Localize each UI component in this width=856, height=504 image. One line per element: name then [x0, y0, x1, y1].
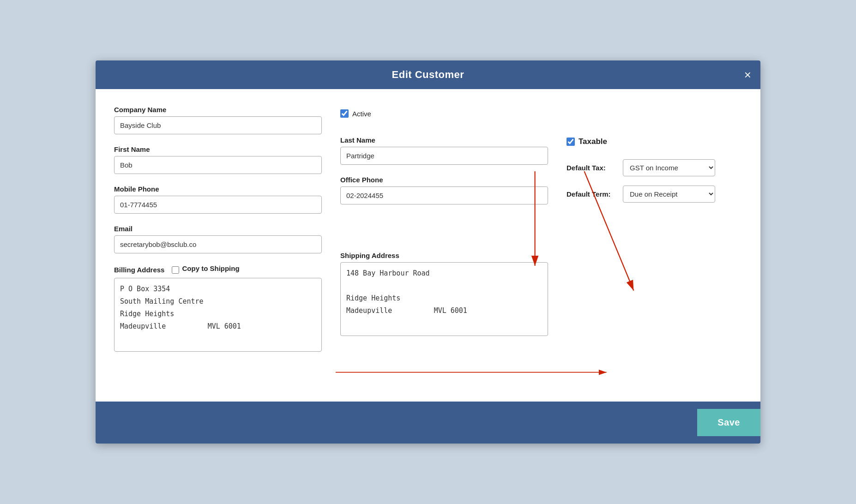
billing-address-field: Billing Address Copy to Shipping P O Box… [114, 264, 322, 354]
taxable-row: Taxable [567, 137, 742, 146]
shipping-address-field: Shipping Address 148 Bay Harbour Road Ri… [340, 252, 548, 338]
company-name-label: Company Name [114, 106, 322, 114]
default-term-label: Default Term: [567, 190, 617, 198]
email-field: Email [114, 225, 322, 253]
company-name-field: Company Name [114, 106, 322, 134]
taxable-label[interactable]: Taxable [579, 137, 607, 146]
company-name-input[interactable] [114, 116, 322, 134]
active-checkbox[interactable] [340, 109, 349, 118]
shipping-address-label: Shipping Address [340, 252, 548, 259]
billing-address-input[interactable]: P O Box 3354 South Mailing Centre Ridge … [114, 278, 322, 352]
save-button[interactable]: Save [697, 409, 760, 436]
billing-address-label: Billing Address [114, 266, 164, 274]
mobile-phone-input[interactable] [114, 196, 322, 214]
first-name-field: First Name [114, 145, 322, 174]
close-button[interactable]: × [744, 69, 751, 81]
last-name-field: Last Name [340, 136, 548, 165]
office-phone-field: Office Phone [340, 176, 548, 204]
last-name-input[interactable] [340, 147, 548, 165]
default-tax-label: Default Tax: [567, 164, 617, 172]
first-name-label: First Name [114, 145, 322, 153]
modal-header: Edit Customer × [96, 60, 760, 89]
mobile-phone-field: Mobile Phone [114, 185, 322, 214]
first-name-input[interactable] [114, 156, 322, 174]
mobile-phone-label: Mobile Phone [114, 185, 322, 193]
modal-footer: Save [96, 402, 760, 444]
active-label[interactable]: Active [352, 110, 371, 118]
copy-shipping-row: Copy to Shipping [172, 264, 239, 275]
right-panel: Taxable Default Tax: GST on Income Defau… [567, 106, 742, 365]
default-term-row: Default Term: Due on Receipt [567, 186, 742, 203]
modal-body: Company Name First Name Mobile Phone [96, 89, 760, 402]
email-label: Email [114, 225, 322, 233]
shipping-address-input[interactable]: 148 Bay Harbour Road Ridge Heights Madeu… [340, 262, 548, 336]
copy-to-shipping-checkbox[interactable] [172, 266, 179, 274]
default-tax-row: Default Tax: GST on Income [567, 159, 742, 176]
office-phone-input[interactable] [340, 186, 548, 204]
copy-to-shipping-label[interactable]: Copy to Shipping [182, 264, 239, 272]
default-term-select[interactable]: Due on Receipt [623, 186, 715, 203]
office-phone-label: Office Phone [340, 176, 548, 184]
taxable-checkbox[interactable] [567, 138, 575, 146]
email-input[interactable] [114, 235, 322, 253]
modal-title: Edit Customer [392, 69, 464, 81]
active-field: Active [340, 109, 548, 118]
default-tax-select[interactable]: GST on Income [623, 159, 715, 176]
last-name-label: Last Name [340, 136, 548, 144]
